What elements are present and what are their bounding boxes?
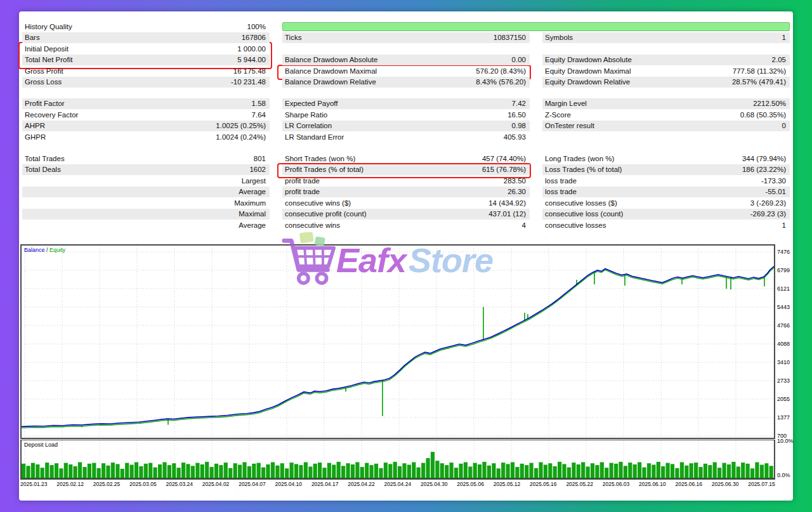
- stat-label: consecutive wins: [282, 221, 340, 229]
- stat-cell: consecutive losses ($)3 (-269.23): [542, 197, 790, 209]
- y-axis-label: 4088: [777, 341, 790, 347]
- stat-cell: Short Trades (won %)457 (74.40%): [282, 153, 530, 164]
- stat-cell: Expected Payoff7.42: [282, 98, 530, 110]
- y-axis-label: 6799: [777, 267, 790, 273]
- date-label: 2025.05.22: [566, 481, 593, 487]
- stat-cell: consecutive profit (count)437.01 (12): [282, 209, 530, 220]
- stat-value: -269.23 (3): [750, 210, 790, 218]
- table-row: Gross Loss-10 231.48Balance Drawdown Rel…: [22, 77, 790, 88]
- stat-cell: AHPR1.0025 (0.25%): [22, 121, 270, 132]
- stat-cell: Profit Factor1.58: [22, 98, 270, 110]
- date-label: 2025.02.25: [93, 481, 121, 487]
- stat-value: 7.42: [512, 100, 530, 107]
- stat-cell: consecutive wins ($)14 (434.92): [282, 197, 530, 209]
- stat-cell: consecutive losses1: [542, 220, 790, 231]
- stat-label: History Quality: [22, 23, 72, 30]
- stat-value: 615 (76.78%): [482, 166, 530, 173]
- stat-cell: Total Net Profit5 944.00: [22, 55, 270, 66]
- stat-value: 576.20 (8.43%): [476, 67, 530, 75]
- date-label: 2025.01.23: [20, 481, 48, 487]
- table-row: Gross Profit16 175.48Balance Drawdown Ma…: [22, 65, 790, 77]
- stat-label: Initial Deposit: [22, 45, 69, 53]
- stat-label: Long Trades (won %): [542, 155, 614, 162]
- stat-value: 437.01 (12): [488, 210, 530, 218]
- stat-cell: Z-Score0.68 (50.35%): [542, 109, 790, 121]
- watermark: Eafx Store: [282, 232, 493, 288]
- stat-label: Gross Loss: [22, 78, 62, 86]
- stat-value: 2212.50%: [753, 100, 790, 107]
- stat-label: Total Trades: [22, 155, 65, 162]
- stat-label: Equity Drawdown Relative: [542, 78, 630, 86]
- chart-legend: Balance / Equity: [24, 247, 65, 253]
- table-row: Initial Deposit1 000.00: [22, 43, 790, 55]
- stat-cell: LR Standard Error405.93: [282, 131, 530, 143]
- stat-label: Equity Drawdown Absolute: [542, 56, 632, 63]
- y-axis-label: 7476: [777, 249, 790, 255]
- stat-value: Average: [239, 221, 270, 229]
- date-label: 2025.06.16: [675, 481, 702, 487]
- stat-cell: Symbols1: [542, 32, 790, 44]
- stat-label: consecutive loss (count): [542, 210, 623, 218]
- stat-label: GHPR: [22, 133, 46, 141]
- stat-value: Maximal: [239, 210, 270, 218]
- stat-cell: [282, 43, 530, 55]
- stat-cell: LR Correlation0.98: [282, 121, 530, 132]
- deposit-bottom-label: 0.0%: [777, 472, 790, 478]
- stat-value: 2.05: [772, 56, 790, 63]
- table-row: Averageprofit trade26.30loss trade-55.01: [22, 187, 790, 198]
- stat-cell: Ticks10837150: [282, 32, 530, 44]
- stat-label: Profit Trades (% of total): [282, 166, 363, 173]
- legend-separator: /: [45, 247, 50, 253]
- y-axis-labels: 7476679961215443476640883410273320551377…: [775, 244, 792, 439]
- stat-cell: consecutive loss (count)-269.23 (3): [542, 209, 790, 220]
- stat-value: 1: [782, 34, 790, 41]
- stat-cell: loss trade-173.30: [542, 175, 790, 187]
- stats-table: History Quality100%Bars167806Ticks108371…: [19, 21, 793, 231]
- stat-value: Largest: [242, 177, 270, 185]
- stat-value: Maximum: [234, 199, 270, 207]
- stat-value: 0.00: [512, 56, 530, 63]
- stat-cell: Equity Drawdown Absolute2.05: [542, 55, 790, 66]
- table-row: AHPR1.0025 (0.25%)LR Correlation0.98OnTe…: [22, 121, 790, 132]
- deposit-load-pane: Deposit Load: [20, 440, 775, 480]
- stat-label: Recovery Factor: [22, 111, 78, 119]
- stat-label: Margin Level: [542, 100, 587, 107]
- date-label: 2025.04.30: [421, 481, 448, 487]
- stat-label: loss trade: [542, 177, 577, 185]
- stat-value: 1.58: [252, 100, 270, 107]
- stat-label: LR Standard Error: [282, 133, 344, 141]
- table-row: Total Trades801Short Trades (won %)457 (…: [22, 153, 790, 164]
- stat-value: 344 (79.94%): [742, 155, 790, 162]
- stat-value: 1.0024 (0.24%): [216, 133, 270, 141]
- stat-cell: [542, 131, 790, 143]
- stat-label: Gross Profit: [22, 67, 63, 75]
- stat-label: Loss Trades (% of total): [542, 166, 622, 173]
- table-row: Maximumconsecutive wins ($)14 (434.92)co…: [22, 197, 790, 209]
- date-label: 2025.07.15: [748, 481, 775, 487]
- stat-value: 28.57% (479.41): [732, 78, 790, 86]
- date-label: 2025.06.03: [603, 481, 630, 487]
- stat-cell: Margin Level2212.50%: [542, 98, 790, 110]
- stat-label: Sharpe Ratio: [282, 111, 327, 119]
- date-label: 2025.04.24: [384, 481, 412, 487]
- table-row: Largestprofit trade283.50loss trade-173.…: [22, 175, 790, 187]
- stat-label: AHPR: [22, 122, 45, 129]
- stat-label: Profit Factor: [22, 100, 65, 107]
- table-row: Maximalconsecutive profit (count)437.01 …: [22, 209, 790, 220]
- date-label: 2025.04.10: [275, 481, 303, 487]
- stat-value: 186 (23.22%): [742, 166, 790, 173]
- stat-cell: Profit Trades (% of total)615 (76.78%): [282, 164, 530, 176]
- date-label: 2025.04.02: [202, 481, 230, 487]
- stat-value: 3 (-269.23): [750, 199, 790, 207]
- equity-label: Equity: [49, 247, 65, 253]
- y-axis-label: 1377: [777, 414, 790, 421]
- date-label: 2025.03.24: [166, 481, 193, 487]
- stat-value: 1602: [249, 166, 270, 173]
- stat-value: 0.68 (50.35%): [740, 111, 790, 119]
- stat-value: 8.43% (576.20): [476, 78, 530, 86]
- date-label: 2025.03.05: [129, 481, 157, 487]
- y-axis-label: 2055: [777, 396, 790, 402]
- stat-value: 26.30: [508, 188, 530, 195]
- stat-value: 0: [782, 122, 790, 129]
- stat-value: 14 (434.92): [488, 199, 530, 207]
